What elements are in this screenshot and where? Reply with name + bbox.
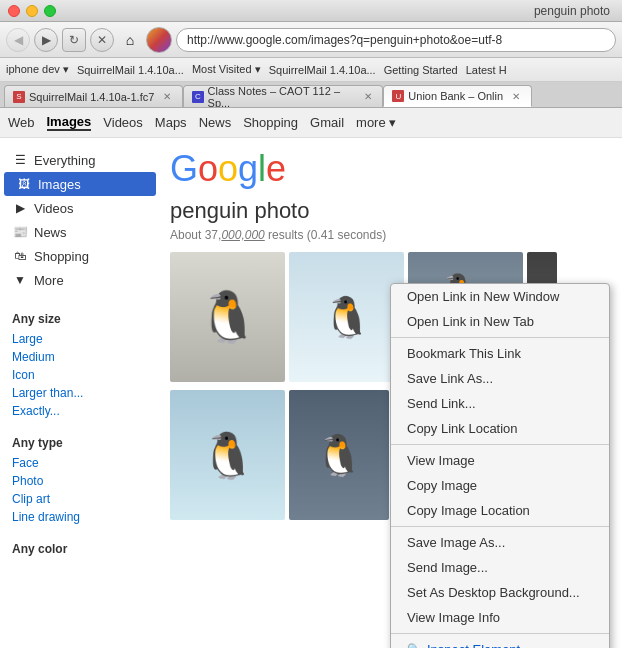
filter-larger-than[interactable]: Larger than... xyxy=(0,384,160,402)
menu-view-image-info[interactable]: View Image Info xyxy=(391,605,609,630)
menu-copy-link-location[interactable]: Copy Link Location xyxy=(391,416,609,441)
sidebar-item-shopping[interactable]: 🛍 Shopping xyxy=(0,244,160,268)
menu-send-link[interactable]: Send Link... xyxy=(391,391,609,416)
filter-face[interactable]: Face xyxy=(0,454,160,472)
search-link-news[interactable]: News xyxy=(199,115,232,130)
tab-favicon-classnotes: C xyxy=(192,91,203,103)
menu-label-open-new-tab: Open Link in New Tab xyxy=(407,314,534,329)
menu-separator-4 xyxy=(391,633,609,634)
menu-open-new-tab[interactable]: Open Link in New Tab xyxy=(391,309,609,334)
back-button[interactable]: ◀ xyxy=(6,28,30,52)
tabs-bar: S SquirrelMail 1.4.10a-1.fc7 ✕ C Class N… xyxy=(0,82,622,108)
bookmark-most-visited[interactable]: Most Visited ▾ xyxy=(192,63,261,76)
sidebar-item-videos[interactable]: ▶ Videos xyxy=(0,196,160,220)
filter-icon[interactable]: Icon xyxy=(0,366,160,384)
search-link-gmail[interactable]: Gmail xyxy=(310,115,344,130)
filter-large[interactable]: Large xyxy=(0,330,160,348)
menu-label-copy-link-location: Copy Link Location xyxy=(407,421,518,436)
filter-photo[interactable]: Photo xyxy=(0,472,160,490)
filter-size-label: Any size xyxy=(0,304,160,330)
filter-medium[interactable]: Medium xyxy=(0,348,160,366)
menu-label-send-image: Send Image... xyxy=(407,560,488,575)
bookmark-latest[interactable]: Latest H xyxy=(466,64,507,76)
sidebar-label-shopping: Shopping xyxy=(34,249,89,264)
menu-label-set-desktop-bg: Set As Desktop Background... xyxy=(407,585,580,600)
menu-save-link-as[interactable]: Save Link As... xyxy=(391,366,609,391)
bookmark-iphone-dev[interactable]: iphone dev ▾ xyxy=(6,63,69,76)
menu-copy-image-location[interactable]: Copy Image Location xyxy=(391,498,609,523)
menu-send-image[interactable]: Send Image... xyxy=(391,555,609,580)
menu-label-save-link-as: Save Link As... xyxy=(407,371,493,386)
sidebar-item-everything[interactable]: ☰ Everything xyxy=(0,148,160,172)
menu-label-open-new-window: Open Link in New Window xyxy=(407,289,559,304)
search-link-images[interactable]: Images xyxy=(47,114,92,131)
image-result-6[interactable] xyxy=(289,390,389,520)
menu-separator-1 xyxy=(391,337,609,338)
sidebar-label-more: More xyxy=(34,273,64,288)
bookmarks-bar: iphone dev ▾ SquirrelMail 1.4.10a... Mos… xyxy=(0,58,622,82)
bookmark-getting-started[interactable]: Getting Started xyxy=(384,64,458,76)
sidebar: ☰ Everything 🖼 Images ▶ Videos 📰 News 🛍 … xyxy=(0,138,160,648)
search-link-web[interactable]: Web xyxy=(8,115,35,130)
images-icon: 🖼 xyxy=(16,176,32,192)
tab-squirrelmail[interactable]: S SquirrelMail 1.4.10a-1.fc7 ✕ xyxy=(4,85,183,107)
window-title: penguin photo xyxy=(56,4,614,18)
bookmark-squirrelmail-1[interactable]: SquirrelMail 1.4.10a... xyxy=(77,64,184,76)
refresh-button[interactable]: ↻ xyxy=(62,28,86,52)
menu-label-copy-image-location: Copy Image Location xyxy=(407,503,530,518)
tab-label-classnotes: Class Notes – CAOT 112 – Sp... xyxy=(208,85,356,107)
menu-copy-image[interactable]: Copy Image xyxy=(391,473,609,498)
menu-separator-3 xyxy=(391,526,609,527)
close-button[interactable] xyxy=(8,5,20,17)
menu-label-bookmark-link: Bookmark This Link xyxy=(407,346,521,361)
tab-label-unionbank: Union Bank – Onlin xyxy=(408,90,503,102)
tab-favicon-unionbank: U xyxy=(392,90,404,102)
tab-label-squirrelmail: SquirrelMail 1.4.10a-1.fc7 xyxy=(29,91,154,103)
menu-label-send-link: Send Link... xyxy=(407,396,476,411)
stop-button[interactable]: ✕ xyxy=(90,28,114,52)
filter-line-drawing[interactable]: Line drawing xyxy=(0,508,160,526)
filter-exactly[interactable]: Exactly... xyxy=(0,402,160,420)
search-more[interactable]: more ▾ xyxy=(356,115,396,130)
search-title: penguin photo xyxy=(170,198,612,224)
url-input[interactable] xyxy=(176,28,616,52)
tab-classnotes[interactable]: C Class Notes – CAOT 112 – Sp... ✕ xyxy=(183,85,383,107)
sidebar-item-news[interactable]: 📰 News xyxy=(0,220,160,244)
sidebar-label-videos: Videos xyxy=(34,201,74,216)
window-buttons xyxy=(8,5,56,17)
videos-icon: ▶ xyxy=(12,200,28,216)
menu-separator-2 xyxy=(391,444,609,445)
tab-close-unionbank[interactable]: ✕ xyxy=(509,89,523,103)
forward-button[interactable]: ▶ xyxy=(34,28,58,52)
menu-set-desktop-bg[interactable]: Set As Desktop Background... xyxy=(391,580,609,605)
menu-label-view-image-info: View Image Info xyxy=(407,610,500,625)
more-icon: ▼ xyxy=(12,272,28,288)
minimize-button[interactable] xyxy=(26,5,38,17)
menu-open-new-window[interactable]: Open Link in New Window xyxy=(391,284,609,309)
image-result-5[interactable] xyxy=(170,390,285,520)
image-result-2[interactable] xyxy=(289,252,404,382)
image-result-1[interactable] xyxy=(170,252,285,382)
browser-icon xyxy=(146,27,172,53)
sidebar-item-images[interactable]: 🖼 Images xyxy=(4,172,156,196)
filter-clip-art[interactable]: Clip art xyxy=(0,490,160,508)
tab-close-squirrelmail[interactable]: ✕ xyxy=(160,90,174,104)
inspect-icon: 🔍 xyxy=(407,643,421,648)
menu-save-image-as[interactable]: Save Image As... xyxy=(391,530,609,555)
search-link-maps[interactable]: Maps xyxy=(155,115,187,130)
google-logo: Google xyxy=(170,148,612,190)
maximize-button[interactable] xyxy=(44,5,56,17)
search-link-videos[interactable]: Videos xyxy=(103,115,143,130)
sidebar-item-more[interactable]: ▼ More xyxy=(0,268,160,292)
menu-label-inspect-element: Inspect Element xyxy=(427,642,520,648)
menu-inspect-element[interactable]: 🔍 Inspect Element xyxy=(391,637,609,648)
tab-unionbank[interactable]: U Union Bank – Onlin ✕ xyxy=(383,85,532,107)
menu-view-image[interactable]: View Image xyxy=(391,448,609,473)
filter-type-label: Any type xyxy=(0,428,160,454)
search-link-shopping[interactable]: Shopping xyxy=(243,115,298,130)
menu-bookmark-link[interactable]: Bookmark This Link xyxy=(391,341,609,366)
home-button[interactable]: ⌂ xyxy=(118,28,142,52)
news-icon: 📰 xyxy=(12,224,28,240)
bookmark-squirrelmail-2[interactable]: SquirrelMail 1.4.10a... xyxy=(269,64,376,76)
tab-close-classnotes[interactable]: ✕ xyxy=(361,90,374,104)
